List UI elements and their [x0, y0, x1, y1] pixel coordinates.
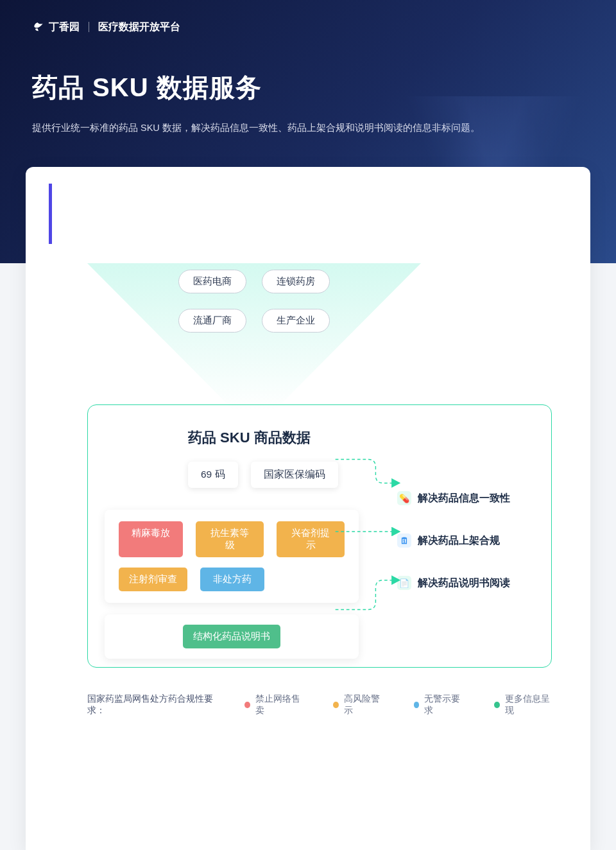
sku-zone-title: 药品 SKU 商品数据: [188, 428, 535, 447]
page-subtitle: 提供行业统一标准的药品 SKU 数据，解决药品信息一致性、药品上架合规和说明书阅…: [32, 119, 584, 136]
brand-name: 丁香园: [49, 21, 80, 34]
chip: 结构化药品说明书: [183, 625, 280, 648]
dot-icon: [244, 702, 250, 708]
entity-pill: 生产企业: [262, 309, 330, 333]
benefit-text: 解决药品信息一致性: [418, 492, 510, 505]
top-entities: 医药电商 连锁药房 流通厂商 生产企业: [87, 270, 421, 333]
page-title: 药品 SKU 数据服务: [32, 70, 584, 105]
entity-pill: 连锁药房: [262, 270, 330, 293]
platform-name: 医疗数据开放平台: [98, 21, 180, 34]
legend-item: 无警示要求: [414, 693, 464, 716]
accent-bar: [49, 184, 52, 244]
sku-zone: 药品 SKU 商品数据 69 码 国家医保编码 精麻毒放 抗生素等级 兴奋剂提示…: [87, 404, 552, 668]
chip-block-2: 结构化药品说明书: [105, 614, 359, 659]
chip: 抗生素等级: [196, 521, 264, 557]
benefit-item: 📄 解决药品说明书阅读: [397, 576, 538, 590]
entity-pill: 医药电商: [178, 270, 246, 293]
legend-item: 更多信息呈现: [494, 693, 552, 716]
document-icon: 📄: [397, 576, 411, 590]
chip: 非处方药: [200, 568, 264, 591]
benefit-text: 解决药品上架合规: [418, 534, 500, 548]
calendar-icon: 🗓: [397, 533, 411, 548]
chip: 兴奋剂提示: [277, 521, 345, 557]
benefit-text: 解决药品说明书阅读: [418, 577, 510, 590]
entity-pill: 流通厂商: [178, 309, 246, 333]
logo-icon: [32, 19, 45, 35]
legend-item: 高风险警示: [333, 693, 383, 716]
legend-item: 禁止网络售卖: [244, 693, 302, 716]
chip: 精麻毒放: [119, 521, 183, 557]
brand-bar: 丁香园 医疗数据开放平台: [32, 19, 584, 35]
dot-icon: [333, 702, 339, 708]
legend-title: 国家药监局网售处方药合规性要求：: [87, 693, 214, 716]
content-card: 医药电商 连锁药房 流通厂商 生产企业 药品 SKU 商品数据 69 码 国家医…: [26, 167, 590, 850]
code-pill: 国家医保编码: [251, 462, 338, 488]
pill-icon: 💊: [397, 491, 411, 505]
chip: 注射剂审查: [119, 568, 187, 591]
benefits-list: 💊 解决药品信息一致性 🗓 解决药品上架合规 📄 解决药品说明书阅读: [397, 473, 538, 608]
chip-block-1: 精麻毒放 抗生素等级 兴奋剂提示 注射剂审查 非处方药: [105, 510, 359, 603]
code-pill: 69 码: [188, 462, 238, 488]
benefit-item: 💊 解决药品信息一致性: [397, 491, 538, 505]
benefit-item: 🗓 解决药品上架合规: [397, 533, 538, 548]
dot-icon: [414, 702, 420, 708]
brand-divider: [89, 22, 89, 32]
dot-icon: [494, 702, 500, 708]
legend: 国家药监局网售处方药合规性要求： 禁止网络售卖 高风险警示 无警示要求 更多信息…: [87, 693, 552, 716]
